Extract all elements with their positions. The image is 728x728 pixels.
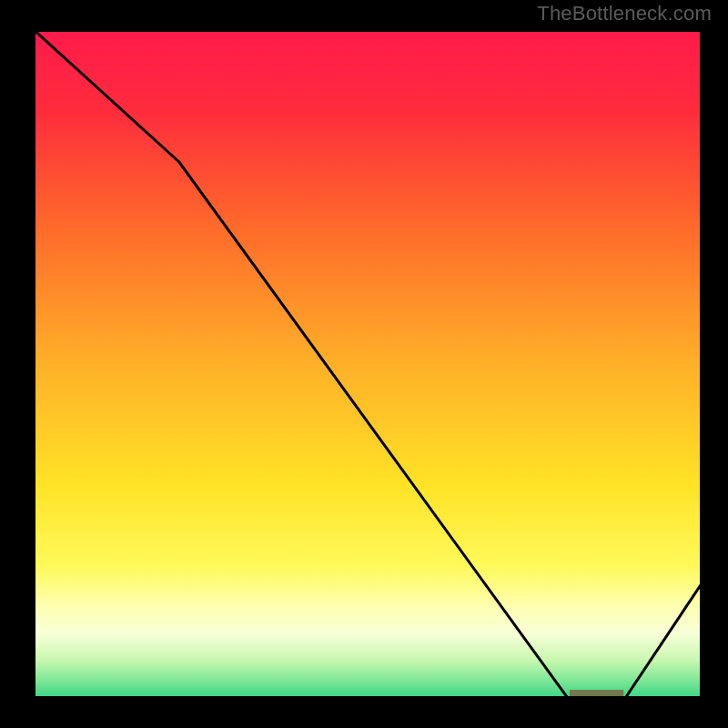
svg-rect-1 [570, 690, 623, 699]
plot-inner [31, 27, 704, 701]
chart-frame: TheBottleneck.com [0, 0, 728, 728]
plot-area [31, 27, 704, 701]
curve-line [31, 27, 704, 701]
watermark-text: TheBottleneck.com [537, 2, 712, 25]
